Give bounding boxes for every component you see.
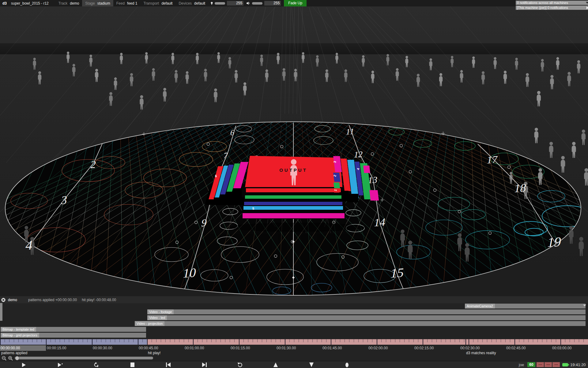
timeline-horizontal-scrollbar[interactable] (15, 357, 153, 359)
project-title[interactable]: super_bowl_2015 - r12 (11, 1, 49, 6)
layer-video-led[interactable]: Video - led (147, 315, 586, 320)
tick-label: 00:02:15.00 (414, 345, 434, 351)
next-section-button[interactable] (200, 362, 208, 368)
brightness-slider[interactable] (215, 2, 225, 5)
meter-chip: --- (545, 362, 552, 367)
layer-bitmap-grid-projectors[interactable]: Bitmap - grid projectors (1, 333, 146, 338)
zoom-in-button[interactable] (8, 356, 13, 361)
menu-track[interactable]: Track demo (55, 0, 82, 6)
stop-button[interactable] (128, 362, 136, 368)
menu-feed[interactable]: Feed feed 1 (113, 0, 141, 6)
track-status-right: hit play! -00:00:48.00 (82, 298, 116, 302)
return-to-start-button[interactable] (236, 362, 244, 368)
logged-in-user: joe (519, 362, 524, 367)
scrollbar-knob[interactable] (15, 356, 19, 360)
track-header-row: demo patterns applied +00:00:00.00 hit p… (0, 296, 588, 303)
menu-devices[interactable]: Devices default (175, 0, 208, 6)
layer-video-footage[interactable]: Video - footage (147, 309, 586, 314)
layer-animatecamera2[interactable]: AnimateCamera2 (465, 304, 586, 309)
record-button[interactable] (343, 362, 351, 368)
d3-application-window: d3 super_bowl_2015 - r12 Track demo Stag… (0, 0, 588, 368)
tick-label: 00:01:30.00 (277, 345, 296, 351)
meter-chip: --- (537, 362, 544, 367)
layer-list-dropdown-icon[interactable] (583, 304, 586, 307)
playhead-time[interactable]: 00:00:00.00 (0, 345, 46, 351)
section-patterns-applied[interactable]: patterns applied (1, 351, 27, 355)
chevron-right-icon (586, 6, 588, 9)
tick-label: 00:01:00.00 (185, 345, 204, 351)
volume-value[interactable]: 255 (264, 1, 281, 6)
layer-vertical-scrollbar[interactable] (0, 303, 2, 321)
loop-play-button[interactable] (92, 362, 100, 368)
battery-icon (562, 363, 569, 366)
close-track-icon[interactable] (1, 298, 6, 302)
fps-indicator: 60 (527, 362, 535, 367)
layer-video-projection[interactable]: Video - projection (135, 321, 586, 326)
move-up-button[interactable] (272, 362, 280, 368)
section-d3-matches-reality[interactable]: d3 matches reality (466, 351, 496, 355)
section-boundary (466, 339, 466, 345)
d3-logo[interactable]: d3 (2, 1, 7, 6)
meter-chip: --- (552, 362, 560, 367)
speaker-icon (247, 2, 250, 5)
tick-label: 00:02:30.00 (460, 345, 480, 351)
transport-bar: joe 60 --- --- --- 19:41:20 (0, 361, 588, 368)
move-down-button[interactable] (307, 362, 315, 368)
play-section-button[interactable] (56, 362, 64, 368)
section-hit-play[interactable]: hit play! (148, 351, 160, 355)
menu-transport[interactable]: Transport default (140, 0, 175, 6)
timeline-panel: demo patterns applied +00:00:00.00 hit p… (0, 296, 588, 368)
notifications-this-machine[interactable]: [This machine (joe)] 0 notifications (516, 6, 588, 10)
fade-up-button[interactable]: Fade Up (284, 0, 307, 6)
brightness-value[interactable]: 255 (227, 1, 243, 6)
stage-3d-viewport[interactable]: 2 3 4 6 7 9 10 11 12 13 14 15 17 18 19 (0, 6, 588, 296)
timeline-ruler-section-2[interactable] (147, 339, 588, 345)
zoom-out-button[interactable] (2, 356, 7, 361)
notifications-all-machines[interactable]: 0 notifications across all machines (516, 1, 588, 5)
tick-label: 00:00:15.00 (47, 345, 66, 351)
layer-bitmap-template-led[interactable]: Bitmap - template led (1, 327, 146, 332)
timeline-ruler-section-1[interactable] (0, 339, 147, 345)
tick-label: 00:01:45.00 (322, 345, 342, 351)
track-name[interactable]: demo (8, 298, 17, 302)
floor-number: 17 (486, 154, 498, 166)
tick-label: 00:02:45.00 (506, 345, 526, 351)
tick-label: 00:00:30.00 (93, 345, 112, 351)
projector-beams (0, 6, 588, 296)
brightness-icon (211, 2, 213, 5)
top-menu-bar: d3 super_bowl_2015 - r12 Track demo Stag… (0, 0, 588, 6)
clock: 19:41:20 (570, 362, 586, 367)
chevron-down-icon (586, 2, 588, 4)
play-button[interactable] (20, 362, 28, 368)
previous-section-button[interactable] (164, 362, 172, 368)
tick-label: 00:02:00.00 (368, 345, 388, 351)
tick-label: 00:03:00.00 (552, 345, 571, 351)
tick-label: 00:01:15.00 (231, 345, 250, 351)
volume-slider[interactable] (252, 2, 262, 5)
track-status-left: patterns applied +00:00:00.00 (28, 298, 77, 302)
menu-stage[interactable]: Stage stadium (82, 0, 113, 6)
tick-label: 00:00:45.00 (139, 345, 158, 351)
